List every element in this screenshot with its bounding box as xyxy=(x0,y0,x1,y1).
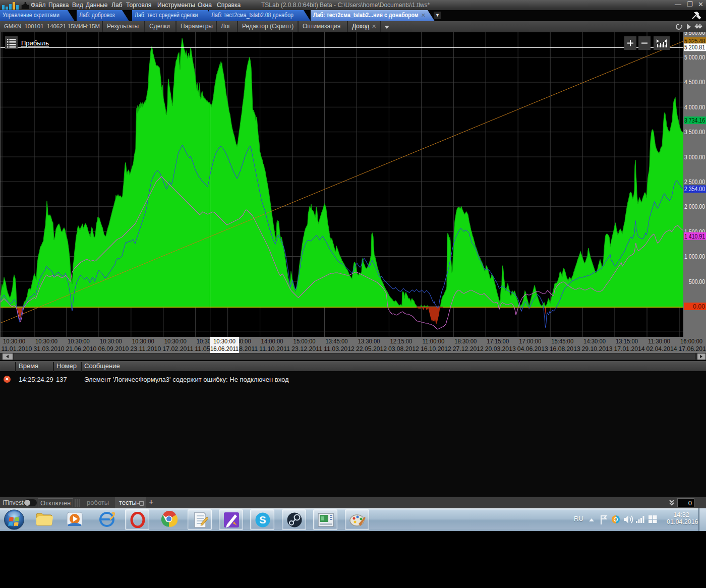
svg-text:10:30:00: 10:30:00 xyxy=(213,338,236,345)
svg-text:16.08.2013: 16.08.2013 xyxy=(550,345,580,352)
svg-text:0.00: 0.00 xyxy=(693,303,705,310)
svg-text:17.06.2014: 17.06.2014 xyxy=(679,345,706,352)
svg-text:2 000.00: 2 000.00 xyxy=(684,203,705,210)
svg-text:04.06.2013: 04.06.2013 xyxy=(517,345,548,352)
svg-text:15:00:00: 15:00:00 xyxy=(293,338,316,345)
svg-text:10:30:00: 10:30:00 xyxy=(68,338,90,345)
svg-text:20.03.2013: 20.03.2013 xyxy=(485,345,516,352)
svg-text:3 734.16: 3 734.16 xyxy=(684,117,705,124)
svg-text:23.11.2010: 23.11.2010 xyxy=(130,345,161,352)
svg-text:5 200.81: 5 200.81 xyxy=(684,44,705,51)
svg-text:16.10.2012: 16.10.2012 xyxy=(421,345,451,352)
svg-text:500.00: 500.00 xyxy=(689,278,705,285)
svg-text:15:45:00: 15:45:00 xyxy=(551,338,573,345)
svg-text:12:15:00: 12:15:00 xyxy=(390,338,412,345)
svg-text:1 000.00: 1 000.00 xyxy=(684,253,705,260)
svg-text:5 500.00: 5 500.00 xyxy=(684,32,705,36)
svg-text:1 410.91: 1 410.91 xyxy=(684,233,705,240)
svg-text:4 500.00: 4 500.00 xyxy=(684,79,705,86)
svg-text:17:00:00: 17:00:00 xyxy=(519,338,541,345)
svg-text:5 000.00: 5 000.00 xyxy=(684,54,705,61)
svg-text:16:00:00: 16:00:00 xyxy=(680,338,702,345)
svg-text:11:00:00: 11:00:00 xyxy=(422,338,444,345)
svg-text:13:45:00: 13:45:00 xyxy=(326,338,348,345)
svg-text:14:30:00: 14:30:00 xyxy=(583,338,606,345)
svg-text:27.12.2012: 27.12.2012 xyxy=(453,345,484,352)
svg-text:13:15:00: 13:15:00 xyxy=(616,338,638,345)
svg-text:17.01.2014: 17.01.2014 xyxy=(614,345,645,352)
svg-text:3 500.00: 3 500.00 xyxy=(684,129,705,136)
svg-text:14:00:00: 14:00:00 xyxy=(261,338,283,345)
svg-text:10:30:00: 10:30:00 xyxy=(100,338,122,345)
svg-text:21.06.2010: 21.06.2010 xyxy=(66,345,96,352)
svg-text:11.01.2010: 11.01.2010 xyxy=(2,345,32,352)
svg-text:18:30:00: 18:30:00 xyxy=(454,338,477,345)
svg-text:17:15:00: 17:15:00 xyxy=(487,338,509,345)
svg-text:10:30:00: 10:30:00 xyxy=(132,338,154,345)
svg-text:02.04.2014: 02.04.2014 xyxy=(646,345,677,352)
svg-text:10:30:00: 10:30:00 xyxy=(3,338,25,345)
svg-text:2 354.00: 2 354.00 xyxy=(684,186,705,193)
svg-text:Прибыль: Прибыль xyxy=(21,39,49,47)
svg-text:4 000.00: 4 000.00 xyxy=(684,104,705,111)
svg-text:22.05.2012: 22.05.2012 xyxy=(356,345,387,352)
svg-text:11:30:00: 11:30:00 xyxy=(648,338,670,345)
svg-text:10:30:00: 10:30:00 xyxy=(35,338,57,345)
svg-text:16.06.2011: 16.06.2011 xyxy=(210,345,239,352)
svg-text:S: S xyxy=(259,514,266,525)
svg-text:13:30:00: 13:30:00 xyxy=(358,338,380,345)
svg-text:23.12.2011: 23.12.2011 xyxy=(291,345,322,352)
svg-text:06.09.2010: 06.09.2010 xyxy=(98,345,129,352)
svg-text:2 500.00: 2 500.00 xyxy=(684,179,705,186)
svg-text:10:30:00: 10:30:00 xyxy=(164,338,187,345)
svg-text:11.03.2012: 11.03.2012 xyxy=(324,345,355,352)
svg-text:3 000.00: 3 000.00 xyxy=(684,154,705,161)
svg-text:31.03.2010: 31.03.2010 xyxy=(34,345,65,352)
svg-text:03.08.2012: 03.08.2012 xyxy=(388,345,419,352)
svg-text:29.10.2013: 29.10.2013 xyxy=(582,345,613,352)
svg-text:17.02.2011: 17.02.2011 xyxy=(162,345,193,352)
svg-text:11.10.2011: 11.10.2011 xyxy=(259,345,290,352)
